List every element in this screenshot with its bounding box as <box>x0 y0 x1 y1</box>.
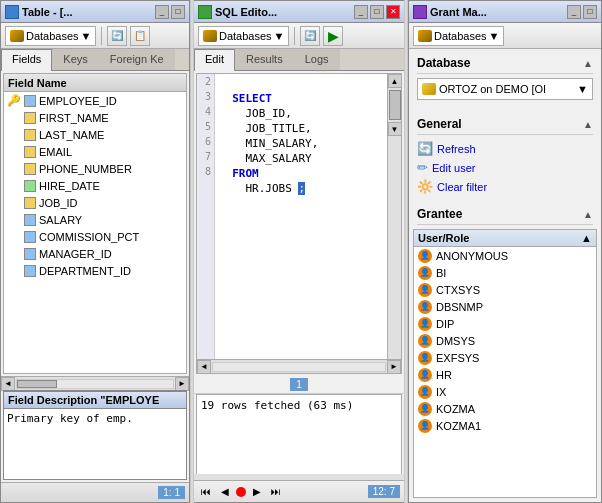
refresh-link[interactable]: 🔄 Refresh <box>417 139 593 158</box>
middle-toolbar-refresh[interactable]: 🔄 <box>300 26 320 46</box>
sql-line-max-salary: MAX_SALARY <box>219 152 312 165</box>
page-indicator[interactable]: 1 <box>290 378 308 391</box>
field-item-salary[interactable]: SALARY <box>4 211 186 228</box>
left-hscrollbar[interactable]: ◄ ► <box>1 376 189 390</box>
left-databases-dropdown[interactable]: Databases ▼ <box>5 26 96 46</box>
right-toolbar: Databases ▼ <box>409 23 601 49</box>
field-item-manager-id[interactable]: MANAGER_ID <box>4 245 186 262</box>
tab-keys[interactable]: Keys <box>52 49 98 70</box>
sql-text-area[interactable]: SELECT JOB_ID, JOB_TITLE, MIN_SALARY, MA… <box>215 74 387 359</box>
bottom-btn-fwd[interactable]: ▶ <box>249 484 265 500</box>
left-toolbar-btn1[interactable]: 🔄 <box>107 26 127 46</box>
tab-logs[interactable]: Logs <box>294 49 340 70</box>
grantee-item-ctxsys[interactable]: 👤 CTXSYS <box>414 281 596 298</box>
sql-vscrollbar[interactable]: ▲ ▼ <box>387 74 401 359</box>
left-toolbar: Databases ▼ 🔄 📋 <box>1 23 189 49</box>
field-item-employee-id[interactable]: 🔑 EMPLOYEE_ID <box>4 92 186 109</box>
bottom-btn-back[interactable]: ◀ <box>217 484 233 500</box>
type-icon-salary <box>24 214 36 226</box>
right-maximize-button[interactable]: □ <box>583 5 597 19</box>
db-select-dropdown[interactable]: ORTOZ on DEMO [OI ▼ <box>417 78 593 100</box>
left-panel: Table - [... _ □ Databases ▼ 🔄 📋 Fields … <box>0 0 190 503</box>
sql-content: 2 3 4 5 6 7 8 SELECT JOB_ID, JOB_TITLE, … <box>197 74 401 359</box>
sql-vscroll-thumb[interactable] <box>389 90 401 120</box>
middle-databases-dropdown[interactable]: Databases ▼ <box>198 26 289 46</box>
right-titlebar-buttons: _ □ <box>567 5 597 19</box>
field-item-dept-id[interactable]: DEPARTMENT_ID <box>4 262 186 279</box>
sql-vscroll-down[interactable]: ▼ <box>388 122 402 136</box>
left-status-value: 1: 1 <box>158 486 185 499</box>
db-select-value: ORTOZ on DEMO [OI <box>439 83 574 95</box>
bottom-btn-prev[interactable]: ⏮ <box>198 484 214 500</box>
left-minimize-button[interactable]: _ <box>155 5 169 19</box>
left-hscroll-left-btn[interactable]: ◄ <box>1 377 15 391</box>
field-item-job-id[interactable]: JOB_ID <box>4 194 186 211</box>
bottom-btn-last[interactable]: ⏭ <box>268 484 284 500</box>
left-hscroll-track[interactable] <box>16 379 174 389</box>
left-hscroll-thumb[interactable] <box>17 380 57 388</box>
grantee-item-anonymous[interactable]: 👤 ANONYMOUS <box>414 247 596 264</box>
middle-minimize-button[interactable]: _ <box>354 5 368 19</box>
tab-fields[interactable]: Fields <box>1 49 52 71</box>
grantee-item-dip[interactable]: 👤 DIP <box>414 315 596 332</box>
field-item-last-name[interactable]: LAST_NAME <box>4 126 186 143</box>
left-titlebar-buttons: _ □ <box>155 5 185 19</box>
left-content: Field Name 🔑 EMPLOYEE_ID FIRST_NAME LAST… <box>1 71 189 502</box>
sql-hscroll-left[interactable]: ◄ <box>197 360 211 374</box>
type-icon-hire-date <box>24 180 36 192</box>
clear-filter-icon: 🔆 <box>417 179 433 194</box>
grantee-item-dmsys[interactable]: 👤 DMSYS <box>414 332 596 349</box>
grantee-item-kozma[interactable]: 👤 KOZMA <box>414 400 596 417</box>
right-databases-dropdown[interactable]: Databases ▼ <box>413 26 504 46</box>
grantee-section-header: Grantee ▲ <box>417 204 593 225</box>
sql-hscrollbar[interactable]: ◄ ► <box>197 359 401 373</box>
line-num-2: 2 <box>197 76 214 91</box>
type-icon-employee-id <box>24 95 36 107</box>
type-icon-email <box>24 146 36 158</box>
grantee-name-kozma1: KOZMA1 <box>436 420 481 432</box>
line-num-3: 3 <box>197 91 214 106</box>
middle-close-button[interactable]: ✕ <box>386 5 400 19</box>
left-maximize-button[interactable]: □ <box>171 5 185 19</box>
left-hscroll-right-btn[interactable]: ► <box>175 377 189 391</box>
sql-hscroll-track[interactable] <box>212 362 386 372</box>
right-minimize-button[interactable]: _ <box>567 5 581 19</box>
field-description-box: Field Description "EMPLOYE Primary key o… <box>3 390 187 480</box>
middle-panel: SQL Edito... _ □ ✕ Databases ▼ 🔄 ▶ Edit … <box>194 0 404 503</box>
grantee-col-sort-icon[interactable]: ▲ <box>581 232 592 244</box>
field-item-commission[interactable]: COMMISSION_PCT <box>4 228 186 245</box>
field-item-phone[interactable]: PHONE_NUMBER <box>4 160 186 177</box>
grantee-col-header: User/Role ▲ <box>414 230 596 247</box>
user-icon-kozma1: 👤 <box>418 419 432 433</box>
tab-results[interactable]: Results <box>235 49 294 70</box>
edit-user-link[interactable]: ✏ Edit user <box>417 158 593 177</box>
sql-line-hr-jobs: HR.JOBS ; <box>219 182 305 195</box>
line-num-6: 6 <box>197 136 214 151</box>
field-name-phone: PHONE_NUMBER <box>39 163 132 175</box>
grantee-item-exfsys[interactable]: 👤 EXFSYS <box>414 349 596 366</box>
tab-foreign-keys[interactable]: Foreign Ke <box>99 49 175 70</box>
grantee-item-ix[interactable]: 👤 IX <box>414 383 596 400</box>
grantee-item-kozma1[interactable]: 👤 KOZMA1 <box>414 417 596 434</box>
grantee-item-bi[interactable]: 👤 BI <box>414 264 596 281</box>
field-name-employee-id: EMPLOYEE_ID <box>39 95 117 107</box>
sql-vscroll-up[interactable]: ▲ <box>388 74 402 88</box>
sql-hscroll-right[interactable]: ► <box>387 360 401 374</box>
line-num-7: 7 <box>197 151 214 166</box>
grantee-name-ctxsys: CTXSYS <box>436 284 480 296</box>
middle-titlebar: SQL Edito... _ □ ✕ <box>194 1 404 23</box>
edit-user-icon: ✏ <box>417 160 428 175</box>
clear-filter-link[interactable]: 🔆 Clear filter <box>417 177 593 196</box>
grantee-item-dbsnmp[interactable]: 👤 DBSNMP <box>414 298 596 315</box>
field-item-hire-date[interactable]: HIRE_DATE <box>4 177 186 194</box>
left-toolbar-btn2[interactable]: 📋 <box>130 26 150 46</box>
run-query-button[interactable]: ▶ <box>323 26 343 46</box>
tab-edit[interactable]: Edit <box>194 49 235 71</box>
middle-title: SQL Edito... <box>198 5 277 19</box>
middle-maximize-button[interactable]: □ <box>370 5 384 19</box>
field-item-email[interactable]: EMAIL <box>4 143 186 160</box>
field-item-first-name[interactable]: FIRST_NAME <box>4 109 186 126</box>
grantee-item-hr[interactable]: 👤 HR <box>414 366 596 383</box>
type-icon-manager <box>24 248 36 260</box>
results-text: 19 rows fetched (63 ms) <box>201 399 397 412</box>
